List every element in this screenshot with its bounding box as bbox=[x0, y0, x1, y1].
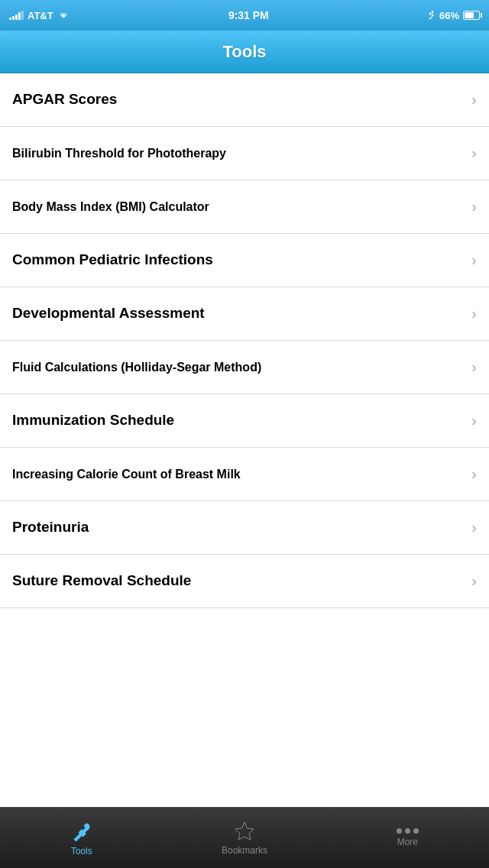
list-item[interactable]: Suture Removal Schedule› bbox=[0, 555, 489, 608]
svg-line-0 bbox=[429, 18, 432, 20]
status-bar: AT&T 9:31 PM 66% bbox=[0, 0, 489, 31]
list-item-label: Immunization Schedule bbox=[12, 412, 471, 429]
chevron-right-icon: › bbox=[471, 305, 477, 322]
chevron-right-icon: › bbox=[471, 519, 477, 536]
wrench-icon bbox=[70, 820, 93, 843]
bluetooth-icon bbox=[428, 10, 436, 21]
more-dots-icon bbox=[397, 828, 419, 834]
list-item[interactable]: Body Mass Index (BMI) Calculator› bbox=[0, 180, 489, 234]
list-item-label: Common Pediatric Infections bbox=[12, 251, 471, 269]
main-content: APGAR Scores›Bilirubin Threshold for Pho… bbox=[0, 73, 489, 807]
chevron-right-icon: › bbox=[471, 412, 477, 429]
chevron-right-icon: › bbox=[471, 144, 477, 162]
page-title: Tools bbox=[222, 42, 266, 62]
list-item-label: Fluid Calculations (Holliday-Segar Metho… bbox=[12, 360, 471, 374]
wifi-icon bbox=[57, 11, 70, 20]
chevron-right-icon: › bbox=[471, 572, 477, 590]
list-item-label: Bilirubin Threshold for Phototherapy bbox=[12, 146, 471, 160]
chevron-right-icon: › bbox=[471, 251, 477, 269]
list-item[interactable]: Developmental Assessment› bbox=[0, 287, 489, 341]
list-item[interactable]: Increasing Calorie Count of Breast Milk› bbox=[0, 448, 489, 501]
tools-list: APGAR Scores›Bilirubin Threshold for Pho… bbox=[0, 73, 489, 608]
chevron-right-icon: › bbox=[471, 91, 477, 108]
list-item-label: Increasing Calorie Count of Breast Milk bbox=[12, 467, 471, 481]
status-time: 9:31 PM bbox=[228, 9, 269, 21]
battery-percent: 66% bbox=[439, 10, 459, 21]
list-item-label: Suture Removal Schedule bbox=[12, 572, 471, 590]
status-left: AT&T bbox=[9, 10, 70, 21]
list-item[interactable]: APGAR Scores› bbox=[0, 73, 489, 127]
status-right: 66% bbox=[428, 10, 480, 21]
star-icon bbox=[234, 821, 255, 842]
list-item-label: Proteinuria bbox=[12, 519, 471, 536]
list-item-label: Body Mass Index (BMI) Calculator bbox=[12, 199, 471, 214]
tab-bookmarks[interactable]: Bookmarks bbox=[163, 808, 325, 868]
chevron-right-icon: › bbox=[471, 198, 477, 215]
tab-more[interactable]: More bbox=[326, 808, 489, 868]
battery-icon bbox=[463, 11, 480, 20]
list-item[interactable]: Fluid Calculations (Holliday-Segar Metho… bbox=[0, 341, 489, 394]
navigation-bar: Tools bbox=[0, 31, 489, 73]
tab-tools-label: Tools bbox=[71, 846, 92, 857]
list-item[interactable]: Proteinuria› bbox=[0, 501, 489, 555]
list-item-label: Developmental Assessment bbox=[12, 305, 471, 322]
tab-bookmarks-label: Bookmarks bbox=[222, 845, 267, 856]
tab-more-label: More bbox=[397, 837, 418, 847]
chevron-right-icon: › bbox=[471, 465, 477, 483]
signal-bars-icon bbox=[9, 11, 24, 20]
chevron-right-icon: › bbox=[471, 358, 477, 376]
carrier-label: AT&T bbox=[28, 10, 53, 21]
tab-bar: Tools Bookmarks More bbox=[0, 807, 489, 868]
list-item[interactable]: Immunization Schedule› bbox=[0, 394, 489, 448]
list-item-label: APGAR Scores bbox=[12, 91, 471, 108]
list-item[interactable]: Common Pediatric Infections› bbox=[0, 234, 489, 287]
svg-marker-2 bbox=[235, 822, 254, 840]
tab-tools[interactable]: Tools bbox=[0, 808, 163, 868]
list-item[interactable]: Bilirubin Threshold for Phototherapy› bbox=[0, 127, 489, 180]
